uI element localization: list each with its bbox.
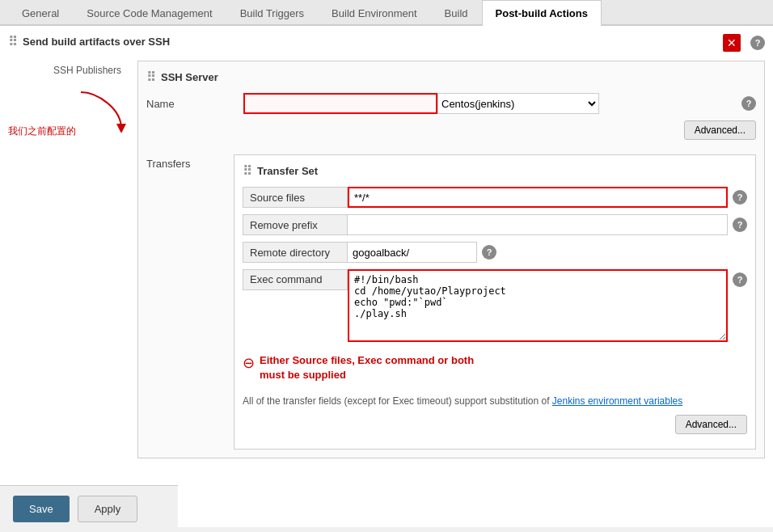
remote-directory-row: Remote directory ? <box>243 242 747 263</box>
advanced-button-bottom[interactable]: Advanced... <box>675 415 747 434</box>
tab-triggers[interactable]: Build Triggers <box>226 0 318 26</box>
transfer-set-box: ⠿ Transfer Set Source files ? Remove pre… <box>234 154 756 450</box>
remove-prefix-row: Remove prefix ? <box>243 214 747 235</box>
transfers-section: Transfers ⠿ Transfer Set Source files ? <box>146 154 756 450</box>
name-label: Name <box>146 98 243 110</box>
source-files-row: Source files ? <box>243 187 747 208</box>
exec-command-label: Exec command <box>243 269 348 290</box>
ssh-publishers-label: SSH Publishers <box>8 65 129 76</box>
ssh-server-drag-icon: ⠿ <box>146 70 156 85</box>
remote-directory-help-icon[interactable]: ? <box>482 245 496 260</box>
source-files-label: Source files <box>243 187 348 208</box>
error-box: ⊖ Either Source files, Exec command or b… <box>243 348 747 387</box>
remove-prefix-label: Remove prefix <box>243 214 348 235</box>
tab-general[interactable]: General <box>8 0 73 26</box>
right-panel: ⠿ SSH Server Name Centos(jenkins) ? Adva… <box>137 61 765 458</box>
section-help-icon[interactable]: ? <box>750 36 765 50</box>
content-area: SSH Publishers 我们之前配置的 ⠿ <box>8 61 765 458</box>
name-select-wrapper: Centos(jenkins) <box>243 93 737 114</box>
transfer-set-header: ⠿ Transfer Set <box>243 163 747 179</box>
tabs-bar: General Source Code Management Build Tri… <box>0 0 773 26</box>
transfers-label: Transfers <box>146 154 227 450</box>
advanced-button-top[interactable]: Advanced... <box>684 120 756 140</box>
remote-directory-label: Remote directory <box>243 242 348 263</box>
error-text-line1: Either Source files, Exec command or bot… <box>260 353 474 368</box>
section-title: ⠿ Send build artifacts over SSH <box>8 34 170 49</box>
name-help-icon[interactable]: ? <box>741 96 756 111</box>
source-files-help-icon[interactable]: ? <box>733 190 747 205</box>
bottom-buttons: Save Apply <box>0 485 178 532</box>
name-select[interactable]: Centos(jenkins) <box>437 93 599 114</box>
ssh-server-label: SSH Server <box>161 71 218 83</box>
main-content: ⠿ Send build artifacts over SSH ✕ ? SSH … <box>0 26 773 527</box>
left-sidebar: SSH Publishers 我们之前配置的 <box>8 61 137 458</box>
remote-directory-input[interactable] <box>348 242 477 263</box>
tab-scm[interactable]: Source Code Management <box>73 0 226 26</box>
section-title-text: Send build artifacts over SSH <box>23 36 170 48</box>
remove-prefix-help-icon[interactable]: ? <box>733 217 747 232</box>
transfer-set-drag-icon: ⠿ <box>243 163 252 179</box>
close-section-button[interactable]: ✕ <box>723 34 741 52</box>
info-text-content: All of the transfer fields (except for E… <box>243 395 552 407</box>
name-row: Name Centos(jenkins) ? <box>146 93 756 114</box>
error-icon: ⊖ <box>243 354 255 372</box>
tab-build[interactable]: Build <box>431 0 482 26</box>
source-files-input[interactable] <box>348 187 728 208</box>
apply-button[interactable]: Apply <box>78 496 138 522</box>
remove-prefix-input[interactable] <box>348 214 728 235</box>
jenkins-env-vars-link[interactable]: Jenkins environment variables <box>552 395 682 407</box>
save-button[interactable]: Save <box>13 496 70 522</box>
tab-postbuild[interactable]: Post-build Actions <box>482 0 602 26</box>
exec-command-input[interactable]: #!/bin/bash cd /home/yutao/Playproject e… <box>348 269 728 342</box>
error-text-line2: must be supplied <box>260 368 474 382</box>
drag-handle-icon: ⠿ <box>8 34 18 49</box>
transfer-set-label: Transfer Set <box>257 165 318 177</box>
exec-command-row: Exec command #!/bin/bash cd /home/yutao/… <box>243 269 747 342</box>
tab-environment[interactable]: Build Environment <box>318 0 431 26</box>
name-input[interactable] <box>243 93 437 114</box>
exec-command-help-icon[interactable]: ? <box>733 272 747 287</box>
info-text: All of the transfer fields (except for E… <box>243 394 747 408</box>
annotation-arrow-icon <box>73 84 137 133</box>
ssh-server-header: ⠿ SSH Server <box>146 70 756 85</box>
